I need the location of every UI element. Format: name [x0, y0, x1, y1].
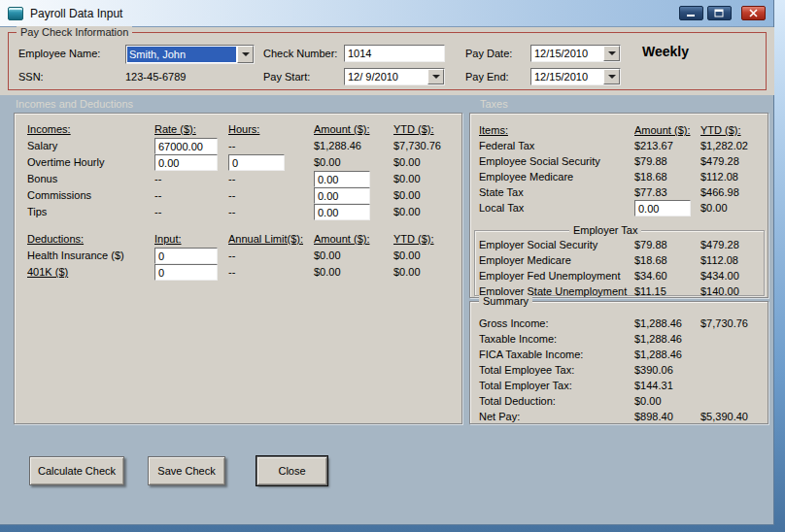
rate-col-header: Rate ($): — [154, 123, 196, 136]
summary-row-fica-taxable-income: FICA Taxable Income: $1,288.46 — [470, 349, 768, 365]
overtime-rate-input[interactable] — [154, 154, 218, 171]
row-label: Total Employer Tax: — [479, 380, 572, 392]
rate-value: -- — [154, 206, 161, 218]
rate-value: -- — [154, 189, 161, 202]
row-label: Commissions — [27, 189, 91, 202]
hours-col-header: Hours: — [228, 123, 259, 136]
hours-value: -- — [228, 173, 235, 185]
input-col-header: Input: — [154, 233, 182, 246]
row-label: Net Pay: — [479, 411, 520, 423]
chevron-down-icon[interactable] — [603, 69, 620, 84]
chevron-down-icon[interactable] — [603, 46, 620, 61]
pay-end-picker[interactable]: 12/15/2010 — [530, 68, 621, 85]
ytd-value: $0.00 — [393, 156, 421, 169]
deduction-row-health-insurance: Health Insurance ($) -- $0.00 $0.00 — [15, 249, 461, 266]
ssn-value: 123-45-6789 — [125, 71, 186, 83]
close-check-button[interactable]: Close — [256, 456, 327, 485]
close-button[interactable] — [741, 6, 766, 20]
ytd-col-header: YTD ($): — [700, 124, 741, 137]
tax-row-employer-fed-unemployment: Employer Fed Unemployment $34.60 $434.00 — [470, 270, 768, 286]
ytd-value: $479.28 — [700, 239, 739, 251]
pay-start-label: Pay Start: — [263, 71, 310, 83]
row-label: Bonus — [27, 173, 57, 185]
amount-value: $11.15 — [634, 285, 666, 298]
summary-row-total-deduction: Total Deduction: $0.00 — [470, 395, 768, 412]
ytd-value: $0.00 — [700, 202, 728, 215]
local-tax-input[interactable] — [634, 200, 691, 216]
minimize-button[interactable] — [679, 6, 703, 20]
title-bar[interactable]: Payroll Data Input — [0, 0, 773, 27]
tips-amount-input[interactable] — [314, 204, 370, 220]
check-number-label: Check Number: — [263, 48, 337, 60]
summary-row-total-employer-tax: Total Employer Tax: $144.31 — [470, 380, 768, 396]
amount-value: $18.68 — [634, 254, 667, 267]
tax-row-employee-medicare: Employee Medicare $18.68 $112.08 — [470, 171, 768, 187]
amount-value: $1,288.46 — [634, 349, 682, 361]
window-controls — [679, 6, 766, 20]
incomes-col-header: Incomes: — [27, 123, 71, 136]
paycheck-legend: Pay Check Information — [17, 26, 132, 39]
401k-link-label[interactable]: 401K ($) — [27, 266, 68, 279]
ytd-value: $1,282.02 — [700, 140, 748, 152]
employee-name-select[interactable]: Smith, John — [125, 45, 255, 64]
paycheck-section: Pay Check Information Employee Name: Smi… — [0, 27, 774, 95]
row-label: Employer Social Security — [479, 239, 597, 251]
pay-start-picker[interactable]: 12/ 9/2010 — [344, 68, 445, 85]
maximize-icon — [714, 9, 725, 17]
amount-value: $1,288.46 — [634, 317, 682, 330]
health-insurance-input[interactable] — [154, 248, 218, 264]
employee-name-value: Smith, John — [127, 47, 236, 62]
deduction-header-row: Deductions: Input: Annual Limit($): Amou… — [15, 233, 461, 249]
hours-value: -- — [228, 189, 235, 202]
amount-value: $898.40 — [634, 411, 673, 423]
incomes-section-header: Incomes and Deductions — [16, 98, 133, 110]
summary-legend: Summary — [479, 295, 532, 308]
check-number-input[interactable] — [344, 45, 445, 62]
tax-row-employee-social-security: Employee Social Security $79.88 $479.28 — [470, 155, 768, 172]
salary-rate-input[interactable] — [154, 138, 218, 154]
summary-row-taxable-income: Taxable Income: $1,288.46 — [470, 333, 768, 349]
limit-value: -- — [228, 249, 235, 262]
401k-input[interactable] — [154, 264, 218, 281]
pay-end-value: 12/15/2010 — [531, 69, 603, 84]
amount-value: $0.00 — [634, 395, 662, 408]
row-label: Employee Medicare — [479, 171, 573, 183]
amount-value: $0.00 — [314, 266, 341, 279]
commissions-amount-input[interactable] — [314, 187, 370, 204]
ytd-value: $0.00 — [393, 189, 421, 202]
row-label: Employee Social Security — [479, 155, 600, 168]
employer-tax-legend: Employer Tax — [569, 224, 641, 237]
paycheck-groupbox: Pay Check Information Employee Name: Smi… — [8, 32, 767, 90]
close-icon — [749, 9, 758, 17]
overtime-hours-input[interactable] — [228, 154, 285, 171]
save-check-button[interactable]: Save Check — [148, 456, 225, 485]
row-label: Taxable Income: — [479, 333, 557, 346]
ytd-value: $112.08 — [700, 254, 738, 267]
app-icon — [8, 7, 23, 20]
summary-row-gross-income: Gross Income: $1,288.46 $7,730.76 — [470, 317, 768, 334]
pay-date-picker[interactable]: 12/15/2010 — [530, 45, 621, 62]
ytd-col-header: YTD ($): — [393, 233, 434, 246]
calculate-check-button[interactable]: Calculate Check — [29, 456, 124, 485]
ytd-value: $0.00 — [393, 249, 421, 262]
ytd-value: $466.98 — [700, 186, 739, 199]
income-row-tips: Tips -- -- $0.00 — [15, 206, 461, 222]
incomes-panel: Incomes: Rate ($): Hours: Amount ($): YT… — [14, 113, 462, 424]
amount-value: $79.88 — [634, 155, 667, 168]
row-label: Employer Fed Unemployment — [479, 270, 621, 283]
amount-value: $1,288.46 — [314, 140, 361, 152]
row-label: Local Tax — [479, 202, 524, 215]
chevron-down-icon[interactable] — [427, 69, 444, 84]
ytd-value: $5,390.40 — [700, 411, 748, 423]
ytd-value: $0.00 — [393, 173, 421, 185]
summary-row-net-pay: Net Pay: $898.40 $5,390.40 — [470, 411, 768, 427]
maximize-button[interactable] — [707, 6, 732, 20]
chevron-down-icon[interactable] — [237, 46, 254, 63]
ytd-value: $434.00 — [700, 270, 739, 283]
row-label: FICA Taxable Income: — [479, 349, 583, 361]
bonus-amount-input[interactable] — [314, 171, 370, 187]
amount-value: $0.00 — [314, 249, 341, 262]
row-label: Total Employee Tax: — [479, 364, 574, 377]
income-row-commissions: Commissions -- -- $0.00 — [15, 189, 461, 206]
row-label: State Tax — [479, 186, 524, 199]
